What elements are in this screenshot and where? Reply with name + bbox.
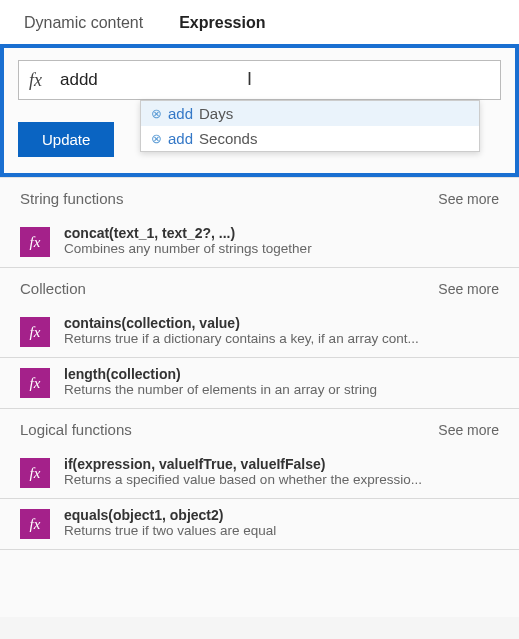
function-signature: length(collection)	[64, 366, 499, 382]
fx-icon: fx	[29, 70, 42, 91]
fx-badge-icon: fx	[20, 509, 50, 539]
autocomplete-item[interactable]: ⊗addSeconds	[141, 126, 479, 151]
function-item[interactable]: fxconcat(text_1, text_2?, ...)Combines a…	[0, 217, 519, 268]
autocomplete-item[interactable]: ⊗addDays	[141, 101, 479, 126]
function-text: concat(text_1, text_2?, ...)Combines any…	[64, 225, 499, 256]
expression-editor-block: fx I ⊗addDays⊗addSeconds Update	[0, 44, 519, 177]
category-header: Logical functionsSee more	[0, 409, 519, 448]
method-icon: ⊗	[151, 106, 162, 121]
function-text: equals(object1, object2)Returns true if …	[64, 507, 499, 538]
see-more-link[interactable]: See more	[438, 191, 499, 207]
expression-input[interactable]	[60, 70, 490, 90]
function-text: contains(collection, value)Returns true …	[64, 315, 499, 346]
autocomplete-rest: Days	[199, 105, 233, 122]
autocomplete-match: add	[168, 130, 193, 147]
function-description: Returns the number of elements in an arr…	[64, 382, 499, 397]
tab-expression[interactable]: Expression	[179, 14, 265, 32]
function-text: length(collection)Returns the number of …	[64, 366, 499, 397]
function-item[interactable]: fxlength(collection)Returns the number o…	[0, 358, 519, 409]
expression-input-row: fx I	[18, 60, 501, 100]
update-button[interactable]: Update	[18, 122, 114, 157]
function-item[interactable]: fxcontains(collection, value)Returns tru…	[0, 307, 519, 358]
autocomplete-match: add	[168, 105, 193, 122]
function-signature: concat(text_1, text_2?, ...)	[64, 225, 499, 241]
fx-badge-icon: fx	[20, 458, 50, 488]
function-item[interactable]: fxequals(object1, object2)Returns true i…	[0, 499, 519, 550]
category-header: String functionsSee more	[0, 178, 519, 217]
category-title: Collection	[20, 280, 86, 297]
function-signature: contains(collection, value)	[64, 315, 499, 331]
function-signature: equals(object1, object2)	[64, 507, 499, 523]
method-icon: ⊗	[151, 131, 162, 146]
autocomplete-rest: Seconds	[199, 130, 257, 147]
tab-dynamic-content[interactable]: Dynamic content	[24, 14, 143, 32]
function-description: Returns true if two values are equal	[64, 523, 499, 538]
fx-badge-icon: fx	[20, 227, 50, 257]
see-more-link[interactable]: See more	[438, 281, 499, 297]
function-description: Returns true if a dictionary contains a …	[64, 331, 499, 346]
fx-badge-icon: fx	[20, 317, 50, 347]
fx-badge-icon: fx	[20, 368, 50, 398]
category-header: CollectionSee more	[0, 268, 519, 307]
function-item[interactable]: fxif(expression, valueIfTrue, valueIfFal…	[0, 448, 519, 499]
autocomplete-popup: ⊗addDays⊗addSeconds	[140, 100, 480, 152]
function-text: if(expression, valueIfTrue, valueIfFalse…	[64, 456, 499, 487]
tab-bar: Dynamic content Expression	[0, 0, 519, 44]
see-more-link[interactable]: See more	[438, 422, 499, 438]
category-title: String functions	[20, 190, 123, 207]
category-title: Logical functions	[20, 421, 132, 438]
function-description: Returns a specified value based on wheth…	[64, 472, 499, 487]
function-description: Combines any number of strings together	[64, 241, 499, 256]
function-list[interactable]: String functionsSee morefxconcat(text_1,…	[0, 177, 519, 617]
function-signature: if(expression, valueIfTrue, valueIfFalse…	[64, 456, 499, 472]
